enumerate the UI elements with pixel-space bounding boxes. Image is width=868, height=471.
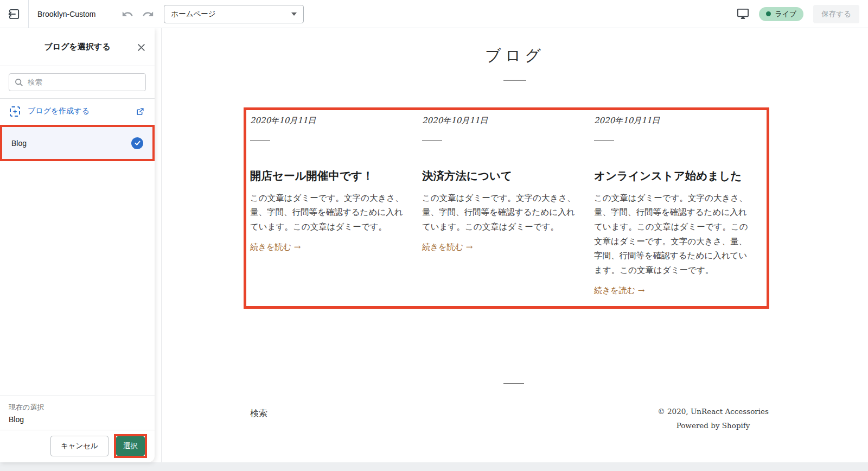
search-box [9, 73, 146, 91]
redo-button[interactable] [141, 7, 155, 21]
blog-list-item[interactable]: Blog [2, 127, 152, 159]
blog-post-card: 2020年10月11日 オンラインストア始めました この文章はダミーです。文字の… [594, 116, 751, 296]
footer-copyright-block: © 2020, UnReact Accessories Powered by S… [658, 405, 769, 432]
undo-button[interactable] [120, 7, 135, 21]
page-selector-value: ホームページ [171, 9, 215, 19]
read-more-link[interactable]: 続きを読む → [422, 242, 473, 252]
sidebar-spacer [0, 161, 155, 396]
live-status-badge: ライブ [759, 7, 803, 21]
annotation-box-blog-item: Blog [0, 125, 155, 161]
close-icon [137, 43, 146, 52]
caret-down-icon [291, 12, 297, 16]
search-icon [15, 78, 23, 87]
post-divider [422, 141, 442, 141]
footer-divider [503, 383, 524, 384]
current-selection-section: 現在の選択 Blog [0, 396, 155, 430]
modal-footer: キャンセル 選択 [0, 430, 155, 462]
blog-post-card: 2020年10月11日 開店セール開催中です！ この文章はダミーです。文字の大き… [250, 116, 407, 296]
current-selection-label: 現在の選択 [9, 403, 146, 412]
create-blog-icon: + [10, 106, 20, 117]
content-area: ブログを選択する [0, 28, 868, 462]
save-button[interactable]: 保存する [813, 5, 859, 23]
read-more-link[interactable]: 続きを読む → [250, 242, 301, 252]
post-excerpt: この文章はダミーです。文字の大きさ、量、字間、行間等を確認するために入れています… [422, 191, 579, 234]
footer-search-link[interactable]: 検索 [250, 408, 267, 419]
selected-check-icon [131, 137, 143, 149]
post-divider [250, 141, 270, 141]
search-section [0, 66, 155, 99]
post-excerpt: この文章はダミーです。文字の大きさ、量、字間、行間等を確認するために入れています… [594, 191, 751, 278]
post-divider [594, 141, 614, 141]
redo-icon [142, 8, 154, 20]
blog-page-title: ブログ [162, 45, 868, 67]
blog-post-grid: 2020年10月11日 開店セール開催中です！ この文章はダミーです。文字の大き… [250, 116, 752, 296]
external-link-icon [136, 107, 145, 116]
page-selector-dropdown[interactable]: ホームページ [164, 5, 304, 23]
undo-icon [122, 8, 133, 20]
theme-name: Brooklyn-Custom [37, 10, 95, 18]
create-blog-link[interactable]: + ブログを作成する [0, 99, 155, 124]
topbar: Brooklyn-Custom ホームページ [0, 0, 868, 28]
read-more-link[interactable]: 続きを読む → [594, 285, 644, 296]
post-date: 2020年10月11日 [594, 116, 751, 126]
post-excerpt: この文章はダミーです。文字の大きさ、量、字間、行間等を確認するために入れています… [250, 191, 407, 234]
desktop-preview-button[interactable] [737, 8, 749, 20]
desktop-monitor-icon [737, 8, 749, 20]
search-input[interactable] [28, 78, 140, 86]
blog-select-modal: ブログを選択する [0, 28, 155, 462]
select-button[interactable]: 選択 [116, 436, 145, 456]
live-badge-label: ライブ [775, 9, 796, 19]
create-blog-label: ブログを作成する [28, 106, 90, 116]
copyright-text: © 2020, UnReact Accessories [658, 405, 769, 419]
exit-editor-button[interactable] [0, 0, 29, 28]
exit-icon [7, 7, 21, 21]
current-selection-value: Blog [9, 415, 146, 424]
blog-item-label: Blog [11, 139, 27, 148]
close-button[interactable] [135, 41, 147, 53]
title-divider [503, 80, 526, 81]
modal-title: ブログを選択する [44, 42, 110, 52]
post-title[interactable]: 決済方法について [422, 168, 579, 184]
modal-header: ブログを選択する [0, 28, 155, 66]
annotation-box-select-button: 選択 [114, 434, 147, 458]
cancel-button[interactable]: キャンセル [50, 436, 108, 456]
live-dot-icon [766, 11, 771, 16]
post-date: 2020年10月11日 [250, 116, 407, 126]
topbar-right: ライブ 保存する [737, 5, 868, 23]
blog-post-card: 2020年10月11日 決済方法について この文章はダミーです。文字の大きさ、量… [422, 116, 579, 296]
history-controls [120, 7, 155, 21]
post-date: 2020年10月11日 [422, 116, 579, 126]
powered-by-link[interactable]: Powered by Shopify [676, 421, 750, 430]
post-title[interactable]: 開店セール開催中です！ [250, 168, 407, 184]
post-title[interactable]: オンラインストア始めました [594, 168, 751, 184]
theme-preview: ブログ 2020年10月11日 開店セール開催中です！ この文章はダミーです。文… [161, 28, 868, 462]
